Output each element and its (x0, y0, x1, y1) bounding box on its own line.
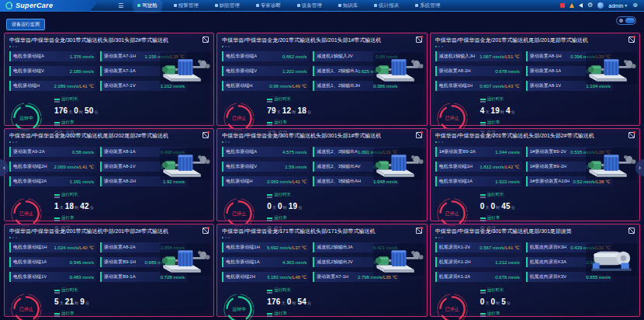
page-tab-chip[interactable]: 设备运行监测 (6, 19, 45, 30)
sensor-reading[interactable]: 电机非驱动端V 2.189 mm/s (9, 66, 96, 76)
expand-icon[interactable] (416, 228, 422, 234)
sensor-value: 1.376 mm/s (70, 54, 94, 59)
runtime-label: 运行时长 (267, 287, 313, 293)
runtime-value: 0天0时45分 (480, 198, 517, 212)
equipment-card[interactable]: 中煤华晋/中煤华晋金龙/301带式输送机头部/301头部1#带式输送机 电机非驱… (216, 128, 427, 221)
equipment-card[interactable]: 中煤华晋/中煤华晋金龙/201带式输送机头部/201头部1#带式输送机 电机非驱… (216, 33, 427, 126)
unit-hour: 时 (79, 110, 83, 114)
runtime-value: 176天0时54分 (267, 294, 313, 308)
sensor-label: 减速机2、3轴输出AV (317, 163, 360, 170)
expand-icon[interactable] (203, 132, 209, 138)
alert-dot (421, 227, 423, 229)
expand-icon[interactable] (203, 228, 209, 234)
runtime-minutes: 4 (506, 106, 511, 115)
expand-icon[interactable] (416, 37, 422, 43)
sensor-reading[interactable]: 电机驱动端H 2.069 mm/s/L41 ℃ (222, 176, 309, 186)
sensor-reading[interactable]: 电机非驱动端A 1.376 mm/s (9, 51, 96, 61)
runtime-value: 5天21时9分 (54, 294, 91, 308)
nav-item[interactable]: 知识库 (335, 1, 362, 11)
sensor-reading[interactable]: 电机驱动端H 2.089 mm/s/L41 ℃ (9, 81, 96, 91)
sensor-reading[interactable]: 电机非驱动端1H 1.812 mm/s/L42 ℃ (435, 162, 522, 172)
avatar[interactable] (597, 2, 604, 9)
sensor-reading[interactable]: 机尾滚筒K1-2A 0.676 mm/s (435, 272, 522, 282)
admin-menu[interactable]: admin ▼ (608, 3, 628, 9)
sensor-reading[interactable]: 机尾滚筒K1-2V 0.567 mm/s/L41 ℃ (435, 242, 522, 252)
sensor-label: 减速机1、2轴输出JH (317, 82, 360, 89)
sensor-reading[interactable]: 电机非驱动端1H 1.024 mm/s/L40 ℃ (9, 242, 96, 252)
equipment-card[interactable]: 中煤华晋/中煤华晋金龙/301带式输送机头部/301头部2#带式输送机 电机非驱… (4, 33, 214, 126)
sensor-label: 驱动装置A7-1A (104, 68, 136, 75)
runtime-minutes: 9 (80, 297, 85, 306)
hamburger-menu-icon[interactable]: ☰ (118, 2, 123, 9)
speaker-icon[interactable] (579, 3, 583, 8)
gear-icon[interactable]: ⚙ (587, 2, 593, 9)
expand-icon[interactable] (628, 37, 635, 43)
nav-item[interactable]: 统计报表 (371, 1, 402, 11)
sensor-reading[interactable]: 电机非驱动端1H 5.692 mm/s/L37 ℃ (222, 242, 309, 252)
expand-icon[interactable] (203, 37, 209, 43)
sensor-label: 电机非驱动端V (226, 68, 257, 75)
runtime-minutes: 5 (501, 297, 506, 306)
expand-icon[interactable] (416, 132, 422, 138)
top-navbar: SuperCare ☰ 驾驶舱 报警管理 缺陷管理 专家诊断 设备管理 知识库 … (0, 0, 644, 12)
conveyor-drive-illustration (586, 49, 637, 88)
brand-logo[interactable]: SuperCare (0, 0, 99, 12)
sensor-value: 0.98 mm/s/L49 ℃ (269, 83, 306, 89)
sensor-value: 0.678 mm/s (495, 69, 519, 74)
nav-item[interactable]: 报警管理 (171, 1, 202, 11)
sensor-reading[interactable]: 电机非驱动端A 0.662 mm/s (222, 51, 309, 61)
sensor-reading[interactable]: 电机非驱动端2A 1.191 mm/s (9, 176, 96, 186)
globe-icon[interactable]: ⊕ (632, 2, 638, 9)
runtime-value: 0天0时19分 (267, 198, 303, 212)
nav-item[interactable]: 驾驶舱 (134, 1, 161, 11)
sensor-reading[interactable]: 电机驱动端H 0.98 mm/s/L49 ℃ (222, 81, 309, 91)
sensor-reading[interactable]: 电机非驱动端1A 4.363 mm/s (222, 257, 309, 267)
equipment-card[interactable]: 中煤华晋/中煤华晋金龙/171带式输送机头部/171头部带式输送机 电机非驱动端… (216, 224, 427, 317)
runtime-days: 4 (480, 106, 485, 115)
view-mode-toggle[interactable] (616, 16, 636, 25)
equipment-card[interactable]: 中煤华晋/中煤华晋金龙/201带式输送机头部/201头部2#带式输送机 1#驱动… (430, 128, 640, 221)
alarm-badge-icon[interactable] (560, 3, 565, 8)
runtime-label: 运行时长 (480, 287, 512, 293)
equipment-card[interactable]: 中煤华晋/中煤华晋金龙/201带式输送机尾部/201尾部带式输送机 减速机1轴输… (430, 33, 640, 126)
sensor-label: 电机驱动端2H (226, 273, 255, 280)
sensor-reading[interactable]: 电机非驱动端1A 0.946 mm/s (9, 257, 96, 267)
nav-item[interactable]: 设备管理 (294, 1, 325, 11)
sensor-reading[interactable]: 电机非驱动端V 1.59 mm/s (222, 162, 309, 172)
rate-value-wrap: 96.19% (267, 317, 313, 320)
sensor-reading[interactable]: 电机非驱动端1V 0.483 mm/s (9, 272, 96, 282)
card-stats: 运行时长 176天0时54分 运行率 96.19% (267, 287, 313, 320)
sensor-reading[interactable]: 电机非驱动端1A 1.922 mm/s (435, 176, 522, 186)
sensor-reading[interactable]: 电机非驱动端A 4.575 mm/s (222, 147, 309, 157)
unit-day: 天 (68, 110, 72, 114)
runtime-label: 运行时长 (480, 192, 517, 197)
equipment-card[interactable]: 中煤华晋/中煤华晋金龙/301带式输送机尾部/301尾部滚筒 机尾滚筒K1-2V… (430, 224, 640, 317)
title-dots (435, 237, 635, 238)
sensor-value: 1.067 mm/s/L51 ℃ (480, 54, 519, 59)
runtime-days: 0 (480, 202, 485, 210)
nav-item[interactable]: 缺陷管理 (212, 1, 243, 11)
sensor-reading[interactable]: 驱动装置A9-2A 0.58 mm/s (9, 147, 96, 157)
warning-triangle-icon[interactable] (570, 3, 574, 8)
nav-item[interactable]: 系统管理 (412, 1, 443, 11)
sensor-reading[interactable]: 电机驱动端2H 3.183 mm/s/L48 ℃ (222, 272, 309, 282)
expand-icon[interactable] (628, 228, 635, 234)
expand-icon[interactable] (628, 132, 635, 138)
sensor-reading[interactable]: 1#驱动装置B9-2A 1.344 mm/s (435, 147, 522, 157)
nav-item-label: 驾驶舱 (142, 2, 158, 9)
sensor-reading[interactable]: 减速机1轴输入JH 1.067 mm/s/L51 ℃ (435, 51, 522, 61)
sensor-reading[interactable]: 电机非驱动端2H 2.069 mm/s/L41 ℃ (9, 162, 96, 172)
sensor-reading[interactable]: 电机非驱动端V 1.202 mm/s (222, 66, 309, 76)
nav-item[interactable]: 专家诊断 (253, 1, 284, 11)
sensor-reading[interactable]: 机尾滚筒K1-2H 1.212 mm/s (435, 257, 522, 267)
conveyor-drive-illustration (373, 240, 424, 279)
sensor-value: 0.946 mm/s (70, 260, 94, 265)
chevron-down-icon: ▼ (624, 3, 628, 8)
runtime-days: 5 (54, 297, 59, 306)
sensor-reading[interactable]: 电机非驱动端1H 0.607 mm/s/L43 ℃ (435, 81, 522, 91)
sensor-reading[interactable]: 驱动装置A8-2H 0.678 mm/s (435, 66, 522, 76)
equipment-image (373, 240, 424, 279)
navbar-right-tools: ⚙ admin ▼ ⊕ (560, 2, 644, 9)
equipment-card[interactable]: 中煤华晋/中煤华晋金龙/202带式输送机尾部/202尾部2#带式输送机 驱动装置… (4, 128, 214, 221)
equipment-card[interactable]: 中煤华晋/中煤华晋金龙/201带式输送机中部/201中部2#带式输送机 电机非驱… (4, 224, 214, 317)
